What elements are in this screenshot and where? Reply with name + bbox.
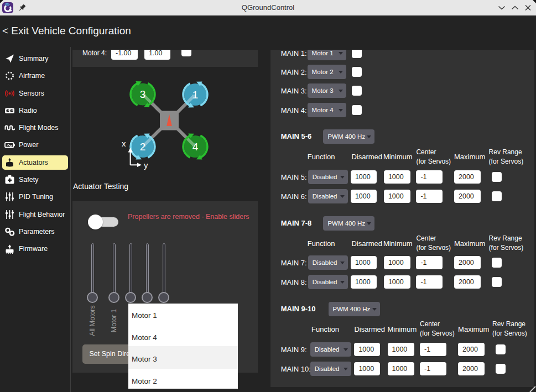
svg-text:1: 1 bbox=[192, 89, 199, 101]
svg-text:x: x bbox=[122, 141, 126, 148]
svg-text:y: y bbox=[144, 160, 148, 170]
svg-text:3: 3 bbox=[140, 88, 146, 100]
svg-text:4: 4 bbox=[192, 141, 199, 153]
